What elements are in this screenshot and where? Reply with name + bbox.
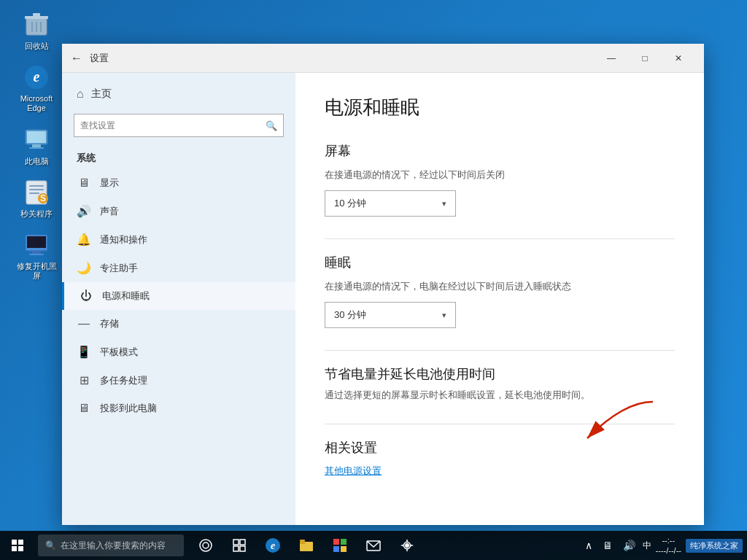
taskbar-cortana[interactable] xyxy=(190,531,222,560)
taskbar-settings[interactable] xyxy=(391,531,423,560)
maximize-button[interactable]: □ xyxy=(628,44,662,73)
sidebar-item-sound[interactable]: 🔊 声音 xyxy=(62,197,295,225)
svg-point-38 xyxy=(405,543,409,548)
battery-desc: 通过选择更短的屏幕显示时长和睡眠设置，延长电池使用时间。 xyxy=(325,389,675,402)
minimize-button[interactable]: — xyxy=(595,44,628,73)
screen-time-value: 10 分钟 xyxy=(334,197,366,210)
sidebar-item-tablet-mode[interactable]: 📱 平板模式 xyxy=(62,338,295,366)
edge-icon[interactable]: e Microsoft Edge xyxy=(11,60,62,116)
section-divider-3 xyxy=(325,424,675,424)
sidebar-item-multitasking[interactable]: ⊞ 多任务处理 xyxy=(62,366,295,394)
svg-rect-13 xyxy=(29,185,44,187)
svg-rect-20 xyxy=(32,251,41,254)
svg-rect-10 xyxy=(32,144,41,147)
taskbar-apps: e xyxy=(190,531,423,560)
svg-rect-26 xyxy=(240,540,245,545)
back-button[interactable]: ← xyxy=(71,52,82,65)
clock[interactable]: --:-- ----/--/-- xyxy=(656,535,681,556)
svg-rect-2 xyxy=(33,13,40,16)
power-icon: ⏻ xyxy=(79,289,93,303)
sidebar-item-display[interactable]: 🖥 显示 xyxy=(62,169,295,197)
quick-program-image: S xyxy=(22,178,51,207)
edge-image: e xyxy=(22,63,51,92)
svg-rect-34 xyxy=(341,539,347,545)
taskbar-start-menu[interactable] xyxy=(324,531,356,560)
taskbar-mail[interactable] xyxy=(357,531,390,560)
sleep-section-title: 睡眠 xyxy=(325,254,675,271)
svg-rect-33 xyxy=(333,539,339,545)
sidebar: ⌂ 主页 🔍 系统 🖥 显示 🔊 声音 🔔 xyxy=(62,73,295,525)
sound-label: 声音 xyxy=(100,205,119,218)
svg-point-23 xyxy=(200,540,212,551)
tray-lang: 中 xyxy=(643,540,651,552)
focus-icon: 🌙 xyxy=(77,261,91,275)
battery-title: 节省电量并延长电池使用时间 xyxy=(325,365,675,383)
multitask-label: 多任务处理 xyxy=(100,374,147,387)
taskbar-explorer[interactable] xyxy=(290,531,322,560)
clock-date: ----/--/-- xyxy=(656,545,681,556)
svg-rect-28 xyxy=(240,546,245,551)
search-input[interactable] xyxy=(80,120,266,131)
tray-volume-icon[interactable]: 🔊 xyxy=(620,537,638,554)
display-icon: 🖥 xyxy=(77,176,91,190)
focus-label: 专注助手 xyxy=(100,262,138,275)
svg-point-24 xyxy=(203,542,209,548)
quick-program-label: 秒关程序 xyxy=(20,209,53,219)
storage-label: 存储 xyxy=(100,317,119,330)
taskbar-search-text: 在这里输入你要搜索的内容 xyxy=(61,540,166,552)
taskbar-search[interactable]: 🔍 在这里输入你要搜索的内容 xyxy=(38,534,184,556)
taskbar: 🔍 在这里输入你要搜索的内容 xyxy=(0,531,747,560)
desktop-icons: 回收站 e Microsoft Edge 此电脑 xyxy=(11,7,62,284)
svg-rect-27 xyxy=(233,546,239,551)
storage-icon: — xyxy=(77,317,91,330)
search-icon: 🔍 xyxy=(266,120,277,131)
section-divider-1 xyxy=(325,238,675,239)
window-body: ⌂ 主页 🔍 系统 🖥 显示 🔊 声音 🔔 xyxy=(62,73,704,525)
taskbar-task-view[interactable] xyxy=(223,531,255,560)
sidebar-item-project[interactable]: 🖥 投影到此电脑 xyxy=(62,394,295,422)
project-icon: 🖥 xyxy=(77,402,91,415)
home-icon: ⌂ xyxy=(77,88,84,101)
repair-icon[interactable]: 修复开机黑屏 xyxy=(11,228,62,284)
other-power-settings-link[interactable]: 其他电源设置 xyxy=(325,464,382,478)
sleep-time-dropdown[interactable]: 30 分钟 ▾ xyxy=(325,302,456,328)
sidebar-item-storage[interactable]: — 存储 xyxy=(62,310,295,338)
notifications-label: 通知和操作 xyxy=(100,233,147,246)
window-controls: — □ ✕ xyxy=(595,44,695,73)
home-nav-item[interactable]: ⌂ 主页 xyxy=(62,80,295,108)
start-button[interactable] xyxy=(0,531,35,560)
notifications-icon: 🔔 xyxy=(77,233,91,246)
recycle-bin-label: 回收站 xyxy=(25,42,49,51)
taskbar-search-icon: 🔍 xyxy=(45,540,56,551)
window-title: 设置 xyxy=(90,52,595,65)
sidebar-item-power-sleep[interactable]: ⏻ 电源和睡眠 xyxy=(62,282,295,310)
clock-time: --:-- xyxy=(656,535,681,545)
svg-text:S: S xyxy=(40,193,46,203)
desktop: 回收站 e Microsoft Edge 此电脑 xyxy=(0,0,747,560)
screen-time-dropdown[interactable]: 10 分钟 ▾ xyxy=(325,190,456,217)
settings-window: ← 设置 — □ ✕ ⌂ 主页 🔍 系统 xyxy=(62,44,704,525)
tablet-icon: 📱 xyxy=(77,345,91,359)
tray-caret-icon[interactable]: ∧ xyxy=(582,537,595,554)
quick-program-icon[interactable]: S 秒关程序 xyxy=(11,175,62,222)
svg-rect-9 xyxy=(27,131,46,143)
title-bar: ← 设置 — □ ✕ xyxy=(62,44,704,73)
close-button[interactable]: ✕ xyxy=(662,44,695,73)
svg-rect-14 xyxy=(29,189,44,190)
svg-text:e: e xyxy=(34,69,40,85)
this-pc-label: 此电脑 xyxy=(25,157,49,166)
battery-section: 节省电量并延长电池使用时间 通过选择更短的屏幕显示时长和睡眠设置，延长电池使用时… xyxy=(325,365,675,402)
tray-network-icon[interactable]: 🖥 xyxy=(600,537,616,554)
sidebar-search[interactable]: 🔍 xyxy=(74,114,284,137)
taskbar-edge[interactable]: e xyxy=(257,531,289,560)
svg-rect-21 xyxy=(29,254,44,255)
sound-icon: 🔊 xyxy=(77,204,91,218)
dropdown-arrow-screen: ▾ xyxy=(442,199,446,209)
sidebar-item-focus-assist[interactable]: 🌙 专注助手 xyxy=(62,254,295,282)
recycle-bin-icon[interactable]: 回收站 xyxy=(11,7,62,54)
this-pc-icon[interactable]: 此电脑 xyxy=(11,122,62,169)
svg-rect-15 xyxy=(29,192,39,194)
sidebar-item-notifications[interactable]: 🔔 通知和操作 xyxy=(62,225,295,254)
svg-rect-11 xyxy=(29,147,44,149)
related-settings-title: 相关设置 xyxy=(325,439,675,456)
